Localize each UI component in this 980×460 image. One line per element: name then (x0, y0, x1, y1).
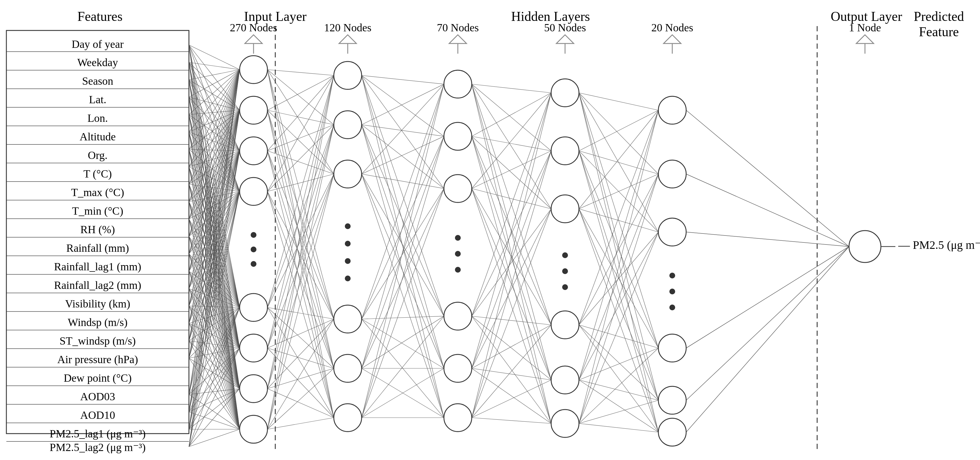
svg-point-110 (659, 418, 686, 446)
svg-marker-88 (556, 35, 574, 43)
svg-line-459 (686, 246, 849, 348)
svg-line-403 (472, 151, 551, 316)
svg-line-398 (472, 188, 551, 209)
svg-point-84 (444, 302, 472, 330)
svg-point-61 (240, 415, 267, 443)
svg-line-416 (472, 209, 551, 418)
svg-line-461 (686, 246, 849, 432)
svg-line-373 (362, 136, 444, 368)
svg-text:Lon.: Lon. (88, 112, 108, 124)
svg-text:PM2.5_lag2 (μg m⁻³): PM2.5_lag2 (μg m⁻³) (49, 441, 145, 454)
svg-line-417 (472, 325, 551, 418)
svg-line-342 (267, 75, 334, 429)
svg-line-389 (472, 84, 551, 423)
svg-line-337 (267, 125, 334, 389)
svg-text:T_min (°C): T_min (°C) (72, 205, 123, 217)
svg-line-397 (472, 151, 551, 188)
svg-text:Day of year: Day of year (72, 38, 124, 50)
svg-text:120 Nodes: 120 Nodes (324, 21, 371, 34)
neural-network-diagram: Day of year Weekday Season Lat. Lon. Alt… (0, 0, 980, 460)
svg-point-86 (444, 404, 472, 431)
svg-line-427 (579, 151, 659, 174)
svg-point-71 (345, 276, 351, 281)
svg-text:Rainfall_lag1 (mm): Rainfall_lag1 (mm) (54, 260, 142, 273)
svg-line-432 (579, 110, 659, 209)
svg-text:Weekday: Weekday (77, 56, 118, 69)
svg-line-430 (579, 151, 659, 400)
svg-line-452 (579, 232, 659, 423)
svg-text:Air pressure (hPa): Air pressure (hPa) (57, 353, 138, 366)
svg-line-439 (579, 174, 659, 325)
svg-point-105 (669, 273, 675, 278)
svg-text:Lat.: Lat. (89, 93, 107, 105)
svg-text:AOD03: AOD03 (80, 390, 115, 402)
svg-point-106 (669, 289, 675, 294)
svg-text:Altitude: Altitude (80, 131, 116, 143)
svg-point-83 (455, 267, 461, 273)
svg-point-92 (551, 195, 579, 223)
svg-text:PM2.5_lag1 (μg m⁻³): PM2.5_lag1 (μg m⁻³) (49, 428, 145, 440)
svg-line-379 (362, 136, 444, 418)
svg-line-365 (362, 174, 444, 418)
svg-line-369 (362, 316, 444, 319)
svg-line-443 (579, 325, 659, 432)
svg-point-58 (240, 294, 267, 321)
svg-line-460 (686, 246, 849, 400)
svg-line-420 (579, 93, 659, 110)
svg-text:70 Nodes: 70 Nodes (437, 21, 479, 34)
svg-line-367 (362, 136, 444, 319)
svg-text:T_max (°C): T_max (°C) (71, 186, 124, 199)
svg-line-404 (472, 209, 551, 316)
svg-line-413 (472, 368, 551, 423)
svg-line-283 (189, 412, 240, 429)
svg-line-394 (472, 136, 551, 380)
svg-line-424 (579, 93, 659, 400)
svg-point-52 (240, 96, 267, 124)
svg-text:T (°C): T (°C) (83, 168, 112, 180)
svg-point-98 (551, 409, 579, 438)
svg-text:AOD10: AOD10 (80, 409, 115, 421)
svg-text:Rainfall (mm): Rainfall (mm) (66, 242, 129, 254)
svg-line-380 (362, 188, 444, 418)
svg-line-408 (472, 93, 551, 368)
svg-line-375 (362, 316, 444, 368)
svg-line-346 (267, 368, 334, 429)
svg-point-80 (444, 175, 472, 203)
svg-line-384 (472, 84, 551, 93)
svg-line-425 (579, 93, 659, 432)
svg-point-66 (334, 111, 362, 139)
svg-line-399 (472, 188, 551, 325)
svg-text:50 Nodes: 50 Nodes (544, 21, 586, 34)
svg-line-414 (472, 93, 551, 418)
svg-line-334 (267, 348, 334, 368)
svg-line-132 (189, 70, 240, 80)
svg-line-386 (472, 84, 551, 209)
svg-text:Windsp (m/s): Windsp (m/s) (68, 316, 127, 329)
svg-text:Org.: Org. (88, 149, 108, 161)
svg-line-315 (267, 151, 334, 319)
svg-line-361 (362, 136, 444, 174)
svg-point-109 (659, 387, 686, 414)
svg-line-370 (362, 319, 444, 368)
svg-line-348 (362, 75, 444, 84)
svg-point-79 (444, 122, 472, 150)
svg-line-454 (579, 400, 659, 423)
svg-line-436 (579, 209, 659, 400)
svg-point-85 (444, 355, 472, 382)
svg-marker-100 (663, 35, 681, 43)
svg-text:20 Nodes: 20 Nodes (651, 21, 694, 34)
svg-line-449 (579, 380, 659, 432)
svg-line-402 (472, 93, 551, 316)
svg-text:— PM2.5 (μg m⁻³): — PM2.5 (μg m⁻³) (898, 238, 980, 251)
svg-line-238 (189, 151, 240, 306)
svg-line-391 (472, 136, 551, 151)
svg-text:1 Node: 1 Node (849, 21, 881, 34)
svg-line-445 (579, 174, 659, 380)
svg-line-437 (579, 209, 659, 432)
svg-point-60 (240, 375, 267, 402)
svg-line-140 (189, 70, 240, 97)
svg-point-55 (251, 232, 256, 238)
svg-point-91 (551, 137, 579, 165)
svg-line-364 (362, 174, 444, 368)
svg-text:Rainfall_lag2 (mm): Rainfall_lag2 (mm) (54, 279, 142, 291)
